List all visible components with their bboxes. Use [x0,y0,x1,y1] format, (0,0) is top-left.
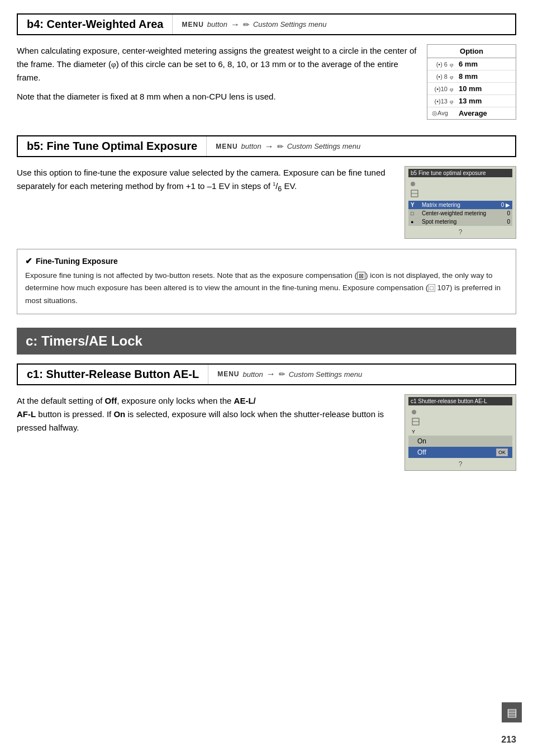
option-row-6mm: (•) 6 φ 6 mm [427,58,516,70]
b4-arrow: → [231,20,240,30]
b4-pencil-icon: ✏ [243,20,250,29]
b5-lcd-screen: b5 Fine tune optimal exposure Y Matrix m… [404,166,516,239]
b5-title: b5: Fine Tune Optimal Exposure [18,136,207,156]
c1-title: c1: Shutter-Release Button AE-L [18,365,208,384]
b5-section-header: b5: Fine Tune Optimal Exposure MENU butt… [17,135,516,157]
b4-option-table-container: Option (•) 6 φ 6 mm (•) 8 φ 8 mm (•)10 φ… [427,44,516,120]
option-row-8mm: (•) 8 φ 8 mm [427,70,516,83]
b4-body1: When calculating exposure, center-weight… [17,44,418,84]
b4-section-label: Custom Settings menu [253,20,327,29]
note-check-icon: ✔ [25,256,32,266]
opt-phi-8: φ [450,73,456,80]
b5-lcd-center: □ Center-weighted metering 0 [408,209,512,218]
opt-sym-8: (•) 8 [432,73,448,80]
b4-nav: MENU button → ✏ Custom Settings menu [173,16,335,33]
c1-button-label: button [243,370,263,379]
opt-phi-10: φ [450,86,456,92]
b5-lcd-matrix: Y Matrix metering 0 ▶ [408,201,512,209]
c1-off-label: Off [413,448,426,456]
opt-val-avg: Average [459,109,487,117]
option-row-avg: ◎Avg Average [427,107,516,119]
b5-body-text: Use this option to fine-tune the exposur… [17,166,396,195]
opt-val-8: 8 mm [459,72,478,81]
opt-val-10: 10 mm [459,84,482,93]
b5-lcd-spot: ● Spot metering 0 [408,218,512,226]
page-number: 213 [501,735,516,745]
b4-body: When calculating exposure, center-weight… [17,44,418,120]
book-symbol: ▤ [507,706,517,719]
c1-lcd-container: c1 Shutter-release button AE-L Y On [404,394,516,471]
option-header: Option [427,45,516,58]
c1-content-row: At the default setting of Off, exposure … [17,394,516,471]
opt-sym-13: (•)13 [432,98,448,105]
b5-content-row: Use this option to fine-tune the exposur… [17,166,516,239]
c1-lcd-on: On [408,436,512,447]
b5-lcd-title: b5 Fine tune optimal exposure [408,169,512,177]
b5-section-label: Custom Settings menu [287,142,361,150]
b4-content-row: When calculating exposure, center-weight… [17,44,516,120]
c1-lcd-title: c1 Shutter-release button AE-L [408,397,512,405]
note-box: ✔ Fine-Tuning Exposure Exposure fine tun… [17,249,516,314]
c1-lcd-off: Off OK [408,447,512,458]
book-icon: ▤ [502,702,522,722]
c1-ok-button: OK [496,448,508,456]
note-title: ✔ Fine-Tuning Exposure [25,256,508,266]
note-text: Exposure fine tuning is not affected by … [25,270,508,307]
b4-title: b4: Center-Weighted Area [18,15,173,34]
opt-sym-6: (•) 6 [432,61,448,68]
b5-nav: MENU button → ✏ Custom Settings menu [207,138,369,155]
c1-section-label: Custom Settings menu [289,370,363,379]
option-row-13mm: (•)13 φ 13 mm [427,95,516,107]
c1-menu-word: MENU [217,370,239,378]
opt-val-13: 13 mm [459,97,482,105]
b5-pencil-icon: ✏ [277,142,284,151]
note-title-text: Fine-Tuning Exposure [36,257,118,266]
c1-on-label: On [417,437,426,445]
b5-body: Use this option to fine-tune the exposur… [17,166,396,239]
opt-sym-10: (•)10 [432,86,448,92]
c1-lcd-screen: c1 Shutter-release button AE-L Y On [404,394,516,471]
c-section-header: c: Timers/AE Lock [17,328,516,355]
opt-val-6: 6 mm [459,60,478,68]
opt-phi-6: φ [450,61,456,68]
c1-nav: MENU button → ✏ Custom Settings menu [208,366,371,382]
option-row-10mm: (•)10 φ 10 mm [427,83,516,95]
b4-button-label: button [207,20,227,29]
b5-button-label: button [241,142,261,150]
b4-option-table: Option (•) 6 φ 6 mm (•) 8 φ 8 mm (•)10 φ… [427,44,516,120]
c1-lcd-bottom-icon: ? [408,460,512,468]
c1-pencil-icon: ✏ [279,370,285,379]
c1-body: At the default setting of Off, exposure … [17,394,396,471]
b5-arrow: → [265,141,274,152]
c1-arrow: → [266,369,275,379]
b5-lcd-container: b5 Fine tune optimal exposure Y Matrix m… [404,166,516,239]
b5-lcd-bottom-icon: ? [408,228,512,236]
c1-body-text: At the default setting of Off, exposure … [17,394,396,434]
c-section-title: c: Timers/AE Lock [26,333,142,348]
opt-phi-13: φ [450,98,456,105]
opt-sym-avg: ◎Avg [432,110,448,117]
b5-menu-word: MENU [216,143,237,150]
b4-section-header: b4: Center-Weighted Area MENU button → ✏… [17,13,516,35]
b4-body2: Note that the diameter is fixed at 8 mm … [17,90,418,103]
c1-section-header: c1: Shutter-Release Button AE-L MENU but… [17,363,516,385]
b4-menu-word: MENU [182,21,203,29]
